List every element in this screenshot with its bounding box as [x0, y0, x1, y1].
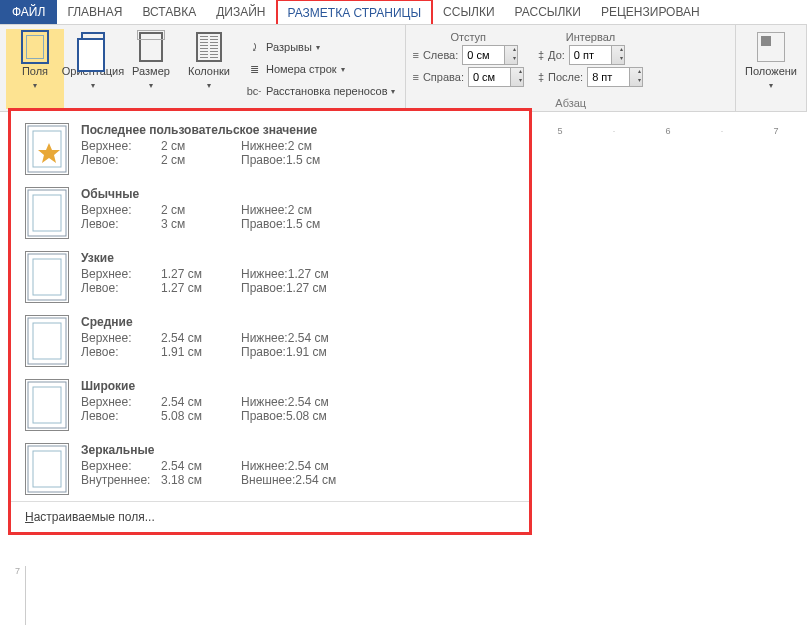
custom-margins-item[interactable]: Настраиваемые поля...: [11, 501, 529, 532]
chevron-down-icon: ▾: [207, 81, 211, 90]
size-button[interactable]: Размер▾: [122, 29, 180, 109]
tab-strip: ФАЙЛ ГЛАВНАЯ ВСТАВКА ДИЗАЙН РАЗМЕТКА СТР…: [0, 0, 807, 24]
orientation-button[interactable]: Ориентация▾: [64, 29, 122, 109]
columns-button[interactable]: Колонки▾: [180, 29, 238, 109]
margin-thumb-icon: [25, 123, 69, 175]
hyphenation-icon: bc-: [246, 83, 262, 99]
spacing-title: Интервал: [538, 31, 643, 43]
tab-insert[interactable]: ВСТАВКА: [132, 0, 206, 24]
custom-margins-label: астраиваемые поля...: [34, 510, 155, 524]
vertical-ruler: 7: [10, 566, 26, 625]
line-numbers-label: Номера строк: [266, 63, 337, 75]
size-icon: [135, 31, 167, 63]
margin-thumb-icon: [25, 251, 69, 303]
hyphenation-button[interactable]: bc-Расстановка переносов ▾: [242, 80, 399, 102]
margin-thumb-icon: [25, 315, 69, 367]
indent-left-input[interactable]: [462, 45, 518, 65]
margins-option-0[interactable]: Последнее пользовательское значениеВерхн…: [11, 117, 529, 181]
spacing-before-icon: ‡: [538, 49, 544, 61]
svg-rect-3: [28, 190, 66, 236]
line-numbers-icon: ≣: [246, 61, 262, 77]
margins-option-2[interactable]: УзкиеВерхнее:1.27 смНижнее:1.27 смЛевое:…: [11, 245, 529, 309]
margins-option-1[interactable]: ОбычныеВерхнее:2 смНижнее:2 смЛевое:3 см…: [11, 181, 529, 245]
margins-dropdown: Последнее пользовательское значениеВерхн…: [8, 108, 532, 535]
svg-rect-11: [28, 446, 66, 492]
chevron-down-icon: ▾: [33, 81, 37, 90]
margins-option-5[interactable]: ЗеркальныеВерхнее:2.54 смНижнее:2.54 смВ…: [11, 437, 529, 501]
tab-mailings[interactable]: РАССЫЛКИ: [505, 0, 591, 24]
margin-thumb-icon: [25, 187, 69, 239]
orientation-icon: [77, 31, 109, 63]
tab-home[interactable]: ГЛАВНАЯ: [57, 0, 132, 24]
tab-file[interactable]: ФАЙЛ: [0, 0, 57, 24]
margins-option-4[interactable]: ШирокиеВерхнее:2.54 смНижнее:2.54 смЛево…: [11, 373, 529, 437]
margins-label: Поля: [22, 65, 48, 77]
svg-rect-9: [28, 382, 66, 428]
spacing-before-label: До:: [548, 49, 565, 61]
breaks-label: Разрывы: [266, 41, 312, 53]
breaks-button[interactable]: ⤸Разрывы ▾: [242, 36, 399, 58]
margin-option-title: Широкие: [81, 379, 515, 393]
position-label: Положени: [745, 65, 797, 77]
margins-button[interactable]: Поля▾: [6, 29, 64, 109]
chevron-down-icon: ▾: [149, 81, 153, 90]
indent-title: Отступ: [412, 31, 523, 43]
indent-right-icon: ≡: [412, 71, 418, 83]
spacing-after-icon: ‡: [538, 71, 544, 83]
spacing-after-label: После:: [548, 71, 583, 83]
custom-margins-accel: Н: [25, 510, 34, 524]
chevron-down-icon: ▾: [91, 81, 95, 90]
indent-left-icon: ≡: [412, 49, 418, 61]
hyphenation-label: Расстановка переносов: [266, 85, 387, 97]
svg-rect-5: [28, 254, 66, 300]
spacing-after-input[interactable]: [587, 67, 643, 87]
indent-block: Отступ ≡Слева: ≡Справа:: [412, 31, 523, 87]
size-label: Размер: [132, 65, 170, 77]
margins-icon: [19, 31, 51, 63]
svg-rect-7: [28, 318, 66, 364]
indent-left-label: Слева:: [423, 49, 458, 61]
chevron-down-icon: ▾: [391, 87, 395, 96]
tab-references[interactable]: ССЫЛКИ: [433, 0, 504, 24]
horizontal-ruler: 5· 6· 7· 8· 9: [534, 122, 807, 140]
margin-option-title: Зеркальные: [81, 443, 515, 457]
line-numbers-button[interactable]: ≣Номера строк ▾: [242, 58, 399, 80]
columns-label: Колонки: [188, 65, 230, 77]
position-button[interactable]: Положени▾: [742, 29, 800, 109]
tab-design[interactable]: ДИЗАЙН: [206, 0, 275, 24]
indent-right-label: Справа:: [423, 71, 464, 83]
margin-thumb-icon: [25, 379, 69, 431]
margin-option-title: Средние: [81, 315, 515, 329]
margin-option-title: Узкие: [81, 251, 515, 265]
columns-icon: [193, 31, 225, 63]
margin-option-title: Последнее пользовательское значение: [81, 123, 515, 137]
margin-option-title: Обычные: [81, 187, 515, 201]
chevron-down-icon: ▾: [316, 43, 320, 52]
chevron-down-icon: ▾: [341, 65, 345, 74]
spacing-before-input[interactable]: [569, 45, 625, 65]
chevron-down-icon: ▾: [769, 81, 773, 90]
paragraph-group-label: Абзац: [412, 95, 729, 109]
position-icon: [755, 31, 787, 63]
indent-right-input[interactable]: [468, 67, 524, 87]
ribbon: Поля▾ Ориентация▾ Размер▾ Колонки▾ ⤸Разр…: [0, 24, 807, 112]
tab-page-layout[interactable]: РАЗМЕТКА СТРАНИЦЫ: [276, 0, 434, 24]
margin-thumb-icon: [25, 443, 69, 495]
margins-option-3[interactable]: СредниеВерхнее:2.54 смНижнее:2.54 смЛево…: [11, 309, 529, 373]
spacing-block: Интервал ‡До: ‡После:: [538, 31, 643, 87]
breaks-icon: ⤸: [246, 39, 262, 55]
tab-review[interactable]: РЕЦЕНЗИРОВАН: [591, 0, 710, 24]
